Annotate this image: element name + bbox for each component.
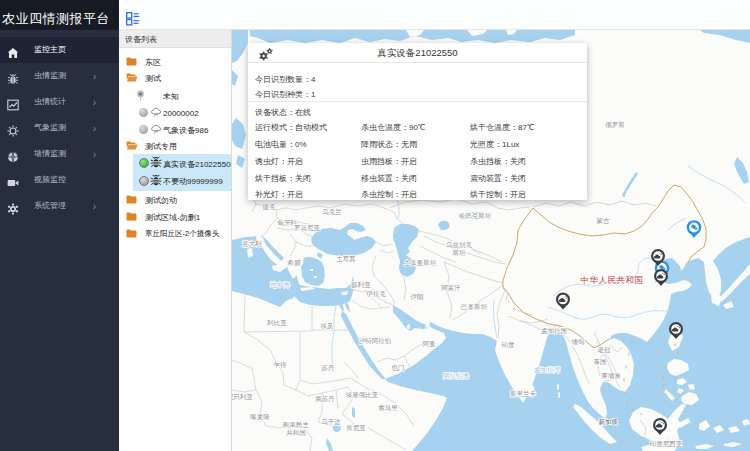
- svg-text:肯尼亚: 肯尼亚: [346, 424, 366, 431]
- svg-text:希腊: 希腊: [288, 259, 302, 266]
- svg-text:也门: 也门: [392, 364, 405, 371]
- svg-text:索马里: 索马里: [378, 404, 398, 411]
- svg-text:印度尼西亚: 印度尼西亚: [650, 440, 683, 448]
- svg-text:孟加拉国: 孟加拉国: [541, 327, 567, 334]
- svg-text:蒙古: 蒙古: [597, 217, 611, 225]
- svg-text:印度: 印度: [502, 341, 516, 349]
- svg-text:乌干达: 乌干达: [321, 418, 341, 426]
- svg-text:阿拉伯海: 阿拉伯海: [443, 372, 470, 380]
- svg-text:乌克兰: 乌克兰: [322, 208, 342, 216]
- svg-text:阿富汗: 阿富汗: [441, 284, 461, 292]
- svg-text:巴基斯坦: 巴基斯坦: [461, 303, 488, 310]
- svg-text:尼日利亚: 尼日利亚: [232, 393, 254, 400]
- svg-text:土库曼斯坦: 土库曼斯坦: [404, 259, 437, 267]
- svg-text:老挝: 老挝: [598, 346, 612, 354]
- svg-text:阿曼: 阿曼: [423, 340, 437, 348]
- svg-text:捷克: 捷克: [263, 203, 277, 211]
- svg-text:泰国: 泰国: [594, 358, 607, 366]
- svg-text:南苏丹: 南苏丹: [315, 395, 335, 403]
- svg-text:意大利: 意大利: [241, 240, 262, 247]
- svg-text:乍得: 乍得: [273, 361, 288, 369]
- svg-text:苏丹: 苏丹: [321, 364, 336, 372]
- svg-text:叙利亚: 叙利亚: [350, 281, 371, 289]
- svg-text:柬埔寨: 柬埔寨: [601, 372, 621, 379]
- svg-text:伊朗: 伊朗: [411, 293, 424, 301]
- svg-text:利比亚: 利比亚: [266, 319, 287, 326]
- svg-text:斯坦: 斯坦: [453, 249, 467, 256]
- svg-text:埃塞俄比亚: 埃塞俄比亚: [345, 391, 379, 399]
- svg-text:中华人民共和国: 中华人民共和国: [581, 275, 644, 285]
- svg-text:俄罗斯: 俄罗斯: [605, 121, 625, 129]
- svg-text:共和国: 共和国: [286, 429, 306, 437]
- svg-text:土耳其: 土耳其: [336, 255, 356, 263]
- svg-text:乌兹别克: 乌兹别克: [446, 241, 473, 249]
- svg-text:地中海: 地中海: [270, 281, 290, 289]
- svg-text:孟加拉湾: 孟加拉湾: [534, 366, 561, 374]
- svg-text:罗马尼亚: 罗马尼亚: [294, 224, 321, 232]
- svg-text:斯里兰卡: 斯里兰卡: [510, 390, 537, 397]
- svg-text:新加坡: 新加坡: [598, 418, 618, 425]
- svg-text:哈萨克斯坦: 哈萨克斯坦: [459, 212, 492, 220]
- svg-text:喀麦隆: 喀麦隆: [250, 413, 270, 421]
- svg-text:伊拉克: 伊拉克: [366, 290, 386, 298]
- svg-text:刚果民主: 刚果民主: [283, 421, 310, 429]
- svg-text:缅甸: 缅甸: [572, 338, 585, 345]
- svg-text:沙特阿拉伯: 沙特阿拉伯: [359, 337, 392, 345]
- svg-text:埃及: 埃及: [320, 322, 335, 329]
